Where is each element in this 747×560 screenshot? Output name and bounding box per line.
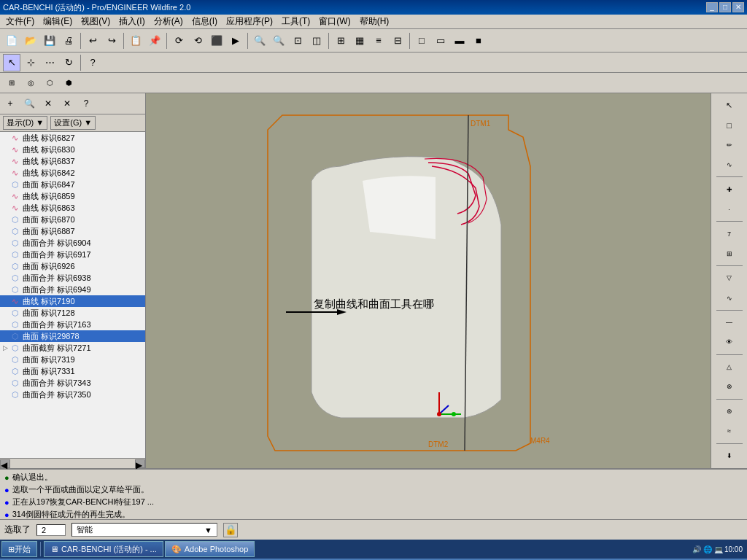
display2-button[interactable]: ▭: [432, 32, 449, 50]
scroll-right-button[interactable]: ▶: [135, 459, 145, 468]
viewport[interactable]: DTM1 DTM2 M4R4 复制曲线和曲面工具在哪: [146, 93, 711, 468]
copy-button[interactable]: 📋: [127, 32, 144, 50]
menu-file[interactable]: 文件(F): [1, 14, 39, 29]
taskbar-item-photoshop[interactable]: 🎨 Adobe Photoshop: [165, 541, 255, 557]
menu-apps[interactable]: 应用程序(P): [222, 14, 277, 29]
tree-item[interactable]: ⬡曲面合并 标识6917: [0, 249, 145, 260]
zoom-out-button[interactable]: 🔍: [270, 32, 287, 50]
regen-button[interactable]: ⟳: [170, 32, 187, 50]
rt-select-button[interactable]: ↖: [716, 96, 743, 114]
menu-info[interactable]: 信息(I): [187, 14, 222, 29]
rt-eye-button[interactable]: 👁: [716, 333, 743, 351]
lp-search-button[interactable]: 🔍: [20, 95, 38, 112]
regen2-button[interactable]: ⟲: [189, 32, 206, 50]
tree-item[interactable]: ⬡曲面合并 标识7163: [0, 319, 145, 330]
rt-cross-button[interactable]: ✚: [716, 180, 743, 198]
rt-wave-button[interactable]: ∿: [716, 289, 743, 307]
display1-button[interactable]: □: [413, 32, 430, 50]
maximize-button[interactable]: □: [719, 2, 731, 12]
lp-arrow-button[interactable]: ?: [77, 95, 95, 112]
menu-help[interactable]: 帮助(H): [355, 14, 394, 29]
lp-plus-button[interactable]: +: [1, 95, 19, 112]
tree-item[interactable]: ⬡曲面合并 标识6904: [0, 237, 145, 249]
tb3-btn2[interactable]: ◎: [22, 74, 39, 92]
menu-view[interactable]: 视图(V): [77, 14, 115, 29]
tree-item[interactable]: ⬡曲面合并 标识7350: [0, 389, 145, 400]
tree-item[interactable]: ⬡曲面 标识29878: [0, 330, 145, 342]
menu-insert[interactable]: 插入(I): [115, 14, 149, 29]
tree-item[interactable]: ∿曲线 标识6827: [0, 132, 145, 144]
rt-square-button[interactable]: □: [716, 116, 743, 134]
zoom-prev-button[interactable]: ◫: [308, 32, 325, 50]
lp-x2-button[interactable]: ✕: [58, 95, 76, 112]
rt-bottom-button[interactable]: ⬇: [716, 447, 743, 465]
rt-point-button[interactable]: ·: [716, 200, 743, 218]
display3-button[interactable]: ▬: [451, 32, 468, 50]
menu-edit[interactable]: 编辑(E): [39, 14, 77, 29]
rt-pencil-button[interactable]: ✏: [716, 136, 743, 154]
tree-item[interactable]: ⬡曲面合并 标识6938: [0, 272, 145, 284]
loop-button[interactable]: ↻: [60, 54, 77, 71]
tb3-btn4[interactable]: ⬢: [60, 74, 77, 92]
select-mode-dropdown[interactable]: 智能 ▼: [71, 523, 217, 537]
settings-dropdown[interactable]: 设置(G) ▼: [50, 116, 96, 130]
open-button[interactable]: 📂: [22, 32, 39, 50]
tree-item[interactable]: ∿曲线 标识6863: [0, 202, 145, 214]
save-button[interactable]: 💾: [41, 32, 58, 50]
tree-item[interactable]: ⬡曲面合并 标识6949: [0, 284, 145, 295]
scroll-left-button[interactable]: ◀: [0, 459, 10, 468]
rt-dash-button[interactable]: —: [716, 314, 743, 332]
undo-button[interactable]: ↩: [84, 32, 101, 50]
feature-button[interactable]: ⬛: [208, 32, 225, 50]
select-lock-button[interactable]: 🔒: [223, 523, 238, 537]
query-button[interactable]: ?: [84, 54, 101, 71]
tree-item[interactable]: ∿曲线 标识6837: [0, 155, 145, 167]
zoom-fit-button[interactable]: ⊡: [289, 32, 306, 50]
tree-item[interactable]: ⬡曲面合并 标识7343: [0, 377, 145, 389]
rt-magnet-button[interactable]: ⊛: [716, 402, 743, 421]
close-button[interactable]: ✕: [732, 2, 744, 12]
tree-item[interactable]: ⬡曲面 标识7128: [0, 307, 145, 319]
rt-number-button[interactable]: 7: [716, 225, 743, 243]
arrow-button[interactable]: ▶: [227, 32, 244, 50]
zoom-in-button[interactable]: 🔍: [251, 32, 268, 50]
tree-item[interactable]: ▷⬡曲面截剪 标识7271: [0, 342, 145, 354]
new-button[interactable]: 📄: [3, 32, 20, 50]
tree-item[interactable]: ∿曲线 标识6859: [0, 190, 145, 202]
tree-item[interactable]: ⬡曲面 标识7319: [0, 354, 145, 365]
tree-item[interactable]: ⬡曲面 标识6847: [0, 179, 145, 190]
paste-button[interactable]: 📌: [146, 32, 163, 50]
pick-button[interactable]: ⊹: [22, 54, 39, 71]
tree-item[interactable]: ⬡曲面 标识6887: [0, 225, 145, 237]
rt-grid-button[interactable]: ⊞: [716, 244, 743, 262]
tree-item[interactable]: ∿曲线 标识6842: [0, 167, 145, 179]
print-button[interactable]: 🖨: [60, 32, 77, 50]
tree-item[interactable]: ⬡曲面 标识6926: [0, 260, 145, 272]
rt-param-button[interactable]: ⊗: [716, 378, 743, 396]
chain-button[interactable]: ⋯: [41, 54, 58, 71]
tree-item[interactable]: ⬡曲面 标识6870: [0, 214, 145, 225]
select-button[interactable]: ↖: [3, 54, 20, 71]
lp-x-button[interactable]: ✕: [39, 95, 57, 112]
menu-window[interactable]: 窗口(W): [314, 14, 355, 29]
tb3-btn3[interactable]: ⬡: [41, 74, 58, 92]
layer-button[interactable]: ≡: [370, 32, 387, 50]
rt-curve-button[interactable]: ∿: [716, 155, 743, 174]
taskbar-item-cad[interactable]: 🖥 CAR-BENCHI (活动的) - ...: [44, 541, 163, 557]
display-dropdown[interactable]: 显示(D) ▼: [3, 116, 47, 130]
display4-button[interactable]: ■: [470, 32, 487, 50]
redo-button[interactable]: ↪: [103, 32, 120, 50]
tree-item[interactable]: ⬡曲面 标识7331: [0, 365, 145, 377]
tree-item[interactable]: ∿曲线 标识7190: [0, 295, 145, 307]
menu-tools[interactable]: 工具(T): [277, 14, 314, 29]
tree-list[interactable]: ∿曲线 标识6827 ∿曲线 标识6830 ∿曲线 标识6837 ∿曲线 标识6…: [0, 132, 145, 458]
rt-misc-button[interactable]: ≈: [716, 422, 743, 440]
section-button[interactable]: ⊟: [389, 32, 406, 50]
orient-button[interactable]: ⊞: [332, 32, 349, 50]
view-button[interactable]: ▦: [351, 32, 368, 50]
rt-triangle-button[interactable]: △: [716, 358, 743, 376]
start-button[interactable]: ⊞ 开始: [1, 541, 37, 557]
tb3-btn1[interactable]: ⊞: [3, 74, 20, 92]
minimize-button[interactable]: _: [706, 2, 718, 12]
tree-item[interactable]: ∿曲线 标识6830: [0, 144, 145, 155]
